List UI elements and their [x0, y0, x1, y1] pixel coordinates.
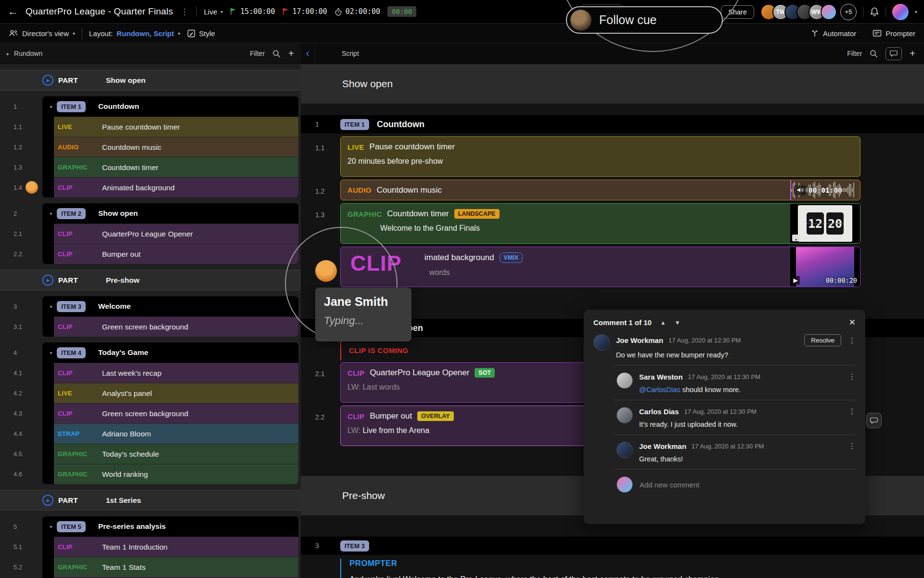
mention-link[interactable]: @CarlosDias	[639, 386, 680, 394]
rundown-row[interactable]: GRAPHICToday's schedule	[42, 444, 298, 464]
rundown-row[interactable]: AUDIOCountdown music	[42, 137, 298, 157]
script-item-header[interactable]: 1ITEM 1Countdown	[301, 115, 924, 133]
row-number: 5.1	[0, 537, 42, 557]
play-circle-icon[interactable]: ▶	[42, 275, 53, 286]
row-number-label: 5.2	[13, 564, 22, 571]
collapse-triangle-icon[interactable]: ▸	[7, 51, 9, 56]
previous-comment-icon[interactable]: ▲	[660, 319, 666, 326]
rundown-row[interactable]: CLIPBumper out	[42, 244, 298, 264]
layout-selector[interactable]: Layout: Rundown, Script ▾	[89, 29, 180, 38]
rundown-row[interactable]: GRAPHICTeam 1 Stats	[42, 557, 298, 577]
row-number-label: 2.2	[13, 250, 22, 258]
collapse-caret-icon[interactable]: ▾	[45, 211, 57, 216]
prompter-button[interactable]: Prompter	[873, 29, 915, 38]
row-number-label: 4.3	[13, 410, 22, 417]
rundown-row[interactable]: GRAPHICCountdown timer	[42, 157, 298, 177]
add-item-button[interactable]: +	[288, 48, 294, 59]
comment: Joe Workman17 Aug, 2020 at 12:30 PMResol…	[593, 334, 856, 359]
script-item-header[interactable]: 3ITEM 3	[301, 537, 924, 555]
part-row[interactable]: ▶PART1st Series	[0, 490, 301, 511]
script-cue-box[interactable]: CLIPimated backgroundVMIXwords▶00:00:20	[340, 247, 860, 287]
row-number: 1.2	[0, 137, 42, 157]
rundown-gutter: 55.15.25.3	[0, 516, 42, 578]
style-label: Style	[199, 29, 215, 38]
close-icon[interactable]: ✕	[849, 317, 856, 328]
row-type-label: AUDIO	[347, 186, 372, 194]
collapse-panel-icon[interactable]: ‹	[301, 43, 315, 64]
share-button[interactable]: Share	[721, 5, 754, 19]
rundown-row[interactable]: CLIPGreen screen background	[42, 316, 298, 337]
prompter-block[interactable]: PROMPTERAnd we're live! Welcome to the P…	[340, 559, 860, 578]
back-icon[interactable]: ←	[8, 6, 18, 17]
kebab-menu-icon[interactable]: ⋮	[848, 442, 856, 450]
play-circle-icon[interactable]: ▶	[42, 75, 53, 86]
avatar	[616, 372, 633, 389]
script-cue-box[interactable]: LIVEPause countdown timer20 minutes befo…	[340, 136, 860, 177]
resolve-button[interactable]: Resolve	[804, 334, 841, 346]
collapse-caret-icon[interactable]: ▾	[45, 350, 57, 355]
item-title: Today's Game	[98, 348, 148, 357]
part-row[interactable]: ▶PARTPre-show	[0, 270, 301, 290]
avatar[interactable]	[821, 4, 837, 20]
comment-indicator-button[interactable]	[866, 413, 882, 428]
live-label: Live	[204, 8, 218, 16]
row-title: Green screen background	[102, 323, 188, 331]
add-comment-input[interactable]: Add new comment	[640, 481, 699, 489]
chat-bubble-icon	[870, 417, 878, 424]
script-cue-box[interactable]: GRAPHICCountdown timerLANDSCAPEWelcome t…	[340, 203, 860, 244]
rundown-row[interactable]: CLIPLast week's recap	[42, 363, 298, 383]
divider	[614, 469, 856, 470]
add-script-item-button[interactable]: +	[910, 48, 915, 59]
view-selector[interactable]: Director's view ▾	[9, 29, 75, 38]
search-icon[interactable]	[272, 50, 281, 58]
item-header[interactable]: ▾ITEM 3Welcome	[42, 296, 298, 316]
style-button[interactable]: Style	[187, 29, 215, 38]
automator-button[interactable]: Automator	[810, 29, 856, 38]
title-kebab-icon[interactable]: ⋮	[180, 7, 189, 17]
row-number: 4.5	[0, 444, 42, 464]
collapse-caret-icon[interactable]: ▾	[45, 104, 57, 109]
item-badge: ITEM 3	[340, 540, 369, 552]
avatar-overflow-badge[interactable]: +5	[840, 4, 857, 20]
rundown-row[interactable]: LIVEPause countdown timer	[42, 117, 298, 137]
collapse-caret-icon[interactable]: ▾	[45, 524, 57, 529]
item-header[interactable]: ▾ITEM 4Today's Game	[42, 342, 298, 363]
rundown-filter-button[interactable]: Filter	[250, 50, 265, 57]
rundown-row[interactable]: CLIPQuarterPro League Opener	[42, 223, 298, 244]
kebab-menu-icon[interactable]: ⋮	[848, 372, 856, 381]
comment-text-rest: Do we have the new bumper ready?	[616, 351, 728, 359]
rundown-row[interactable]: STRAPAdriano Bloom	[42, 423, 298, 444]
next-comment-icon[interactable]: ▼	[675, 319, 680, 326]
item-header[interactable]: ▾ITEM 1Countdown	[42, 96, 298, 117]
play-circle-icon[interactable]: ▶	[42, 495, 53, 506]
comment-meta-row: Sara Weston17 Aug, 2020 at 12:30 PM⋮	[639, 372, 856, 381]
total-duration: 02:00:00	[334, 7, 380, 16]
rundown-row[interactable]: LIVEAnalyst's panel	[42, 383, 298, 403]
item-header[interactable]: ▾ITEM 5Pre-series analysis	[42, 516, 298, 537]
play-icon: ▶	[791, 276, 800, 285]
part-row[interactable]: ▶PARTShow open	[0, 70, 301, 91]
script-cue-box[interactable]: AUDIOCountdown music00:01:00	[340, 180, 860, 200]
rundown-row[interactable]: CLIPTeam 1 Introduction	[42, 537, 298, 557]
row-number: 5.2	[0, 557, 42, 577]
row-number-label: 4.6	[13, 471, 22, 478]
bell-icon[interactable]	[870, 7, 879, 17]
kebab-menu-icon[interactable]: ⋮	[848, 336, 856, 345]
part-name: Pre-show	[106, 276, 140, 285]
collapse-caret-icon[interactable]: ▾	[45, 304, 57, 309]
waveform-bar	[793, 183, 794, 197]
chevron-down-icon[interactable]: ▾	[915, 9, 917, 14]
comment-text-rest: Great, thanks!	[639, 455, 683, 463]
rundown-row[interactable]: CLIPGreen screen background	[42, 403, 298, 423]
live-dropdown[interactable]: Live ▾	[204, 8, 223, 16]
script-filter-button[interactable]: Filter	[847, 50, 862, 57]
comments-toggle-button[interactable]	[886, 47, 902, 60]
user-avatar[interactable]	[892, 4, 909, 20]
rundown-row[interactable]: CLIPAnimated background	[42, 177, 298, 197]
item-header[interactable]: ▾ITEM 2Show open	[42, 203, 298, 223]
follow-cue-loupe[interactable]: Follow cue	[566, 6, 723, 34]
kebab-menu-icon[interactable]: ⋮	[848, 407, 856, 416]
rundown-row[interactable]: GRAPHICWorld ranking	[42, 464, 298, 484]
jane-avatar[interactable]	[315, 260, 337, 282]
search-icon[interactable]	[870, 50, 878, 58]
